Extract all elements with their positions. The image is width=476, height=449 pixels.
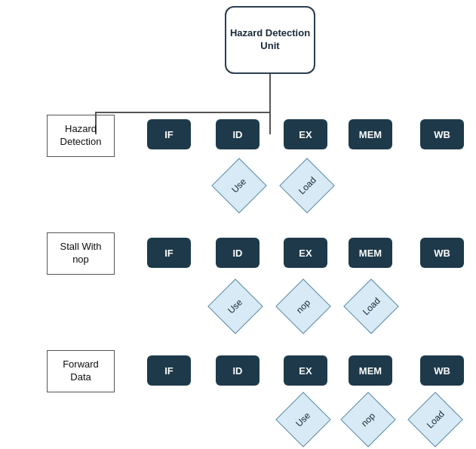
row1-label: HazardDetection	[47, 115, 115, 157]
top-node: Hazard Detection Unit	[225, 6, 315, 74]
row2-stage-WB: WB	[420, 238, 464, 268]
top-node-label: Hazard Detection Unit	[226, 27, 314, 53]
row2-diamond-use: Use	[216, 287, 255, 326]
row1-diamond-use: Use	[220, 166, 259, 205]
row2-stage-MEM: MEM	[349, 238, 392, 268]
row1-stage-WB: WB	[420, 119, 464, 149]
connector-v-mid1	[269, 112, 271, 134]
row2-stage-EX: EX	[284, 238, 327, 268]
row2-diamond-nop: nop	[284, 287, 323, 326]
row2-stage-ID: ID	[216, 238, 259, 268]
row3-stage-WB: WB	[420, 355, 464, 386]
connector-top-down	[269, 74, 271, 112]
row3-stage-IF: IF	[147, 355, 191, 386]
row2-stage-IF: IF	[147, 238, 191, 268]
row1-stage-MEM: MEM	[349, 119, 392, 149]
row2-label: Stall Withnop	[47, 232, 115, 275]
row1-diamond-load: Load	[287, 166, 327, 205]
row3-stage-EX: EX	[284, 355, 327, 386]
row1-stage-ID: ID	[216, 119, 259, 149]
row3-label: ForwardData	[47, 350, 115, 392]
row3-diamond-nop: nop	[349, 400, 388, 439]
row3-stage-MEM: MEM	[349, 355, 392, 386]
row1-stage-IF: IF	[147, 119, 191, 149]
diagram: Hazard Detection Unit HazardDetection IF…	[0, 0, 476, 449]
row2-diamond-load: Load	[352, 287, 391, 326]
connector-h-main	[95, 112, 269, 113]
row1-stage-EX: EX	[284, 119, 327, 149]
row3-diamond-use: Use	[284, 400, 323, 439]
row3-diamond-load: Load	[416, 400, 455, 439]
row3-stage-ID: ID	[216, 355, 259, 386]
